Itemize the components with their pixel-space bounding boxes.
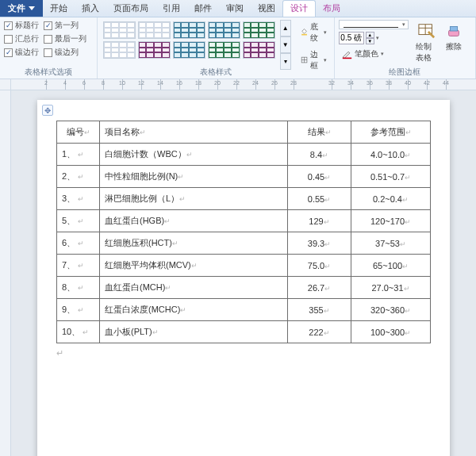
paragraph-mark: ↵ — [324, 174, 331, 182]
cell-index: 1、 — [62, 149, 75, 159]
blood-test-table[interactable]: 编号↵ 项目名称↵ 结果↵ 参考范围↵ 1、 ↵白细胞计数（WBC）↵8.4↵4… — [56, 121, 431, 343]
table-row[interactable]: 5、 ↵血红蛋白(HGB)↵129↵120~170↵ — [57, 210, 431, 232]
cell-index: 2、 — [62, 171, 75, 181]
paragraph-mark: ↵ — [405, 174, 411, 182]
table-row[interactable]: 3、 ↵淋巴细胞比例（L）↵0.55↵0.2~0.4↵ — [57, 188, 431, 210]
checkbox-last-column[interactable]: 最后一列 — [44, 33, 86, 44]
checkbox-total-row[interactable]: 汇总行 — [4, 33, 39, 44]
table-row[interactable]: 9、 ↵红蛋白浓度(MCHC)↵355↵320~360↵ — [57, 299, 431, 321]
cell-ref: 4.0~10.0 — [370, 150, 405, 159]
border-width-input[interactable] — [339, 32, 364, 44]
eraser-button[interactable]: 擦除 — [440, 20, 467, 66]
paragraph-mark: ↵ — [402, 196, 409, 204]
checkbox-header-row[interactable]: ✓标题行 — [4, 20, 39, 31]
eraser-icon — [445, 22, 463, 40]
checkbox-label: 标题行 — [15, 20, 39, 31]
paragraph-mark: ↵ — [324, 218, 330, 226]
table-row[interactable]: 2、 ↵中性粒细胞比例(N)↵0.45↵0.51~0.7↵ — [57, 166, 431, 188]
style-thumb[interactable] — [243, 21, 275, 39]
paragraph-mark: ↵ — [405, 128, 412, 136]
tab-table-design[interactable]: 设计 — [282, 0, 316, 17]
tab-review[interactable]: 审阅 — [219, 0, 251, 17]
style-thumb[interactable] — [208, 41, 240, 59]
paragraph-mark: ↵ — [78, 217, 84, 225]
chevron-down-icon: ▾ — [376, 35, 379, 41]
table-header-row: 编号↵ 项目名称↵ 结果↵ 参考范围↵ — [57, 121, 431, 144]
document-page[interactable]: ✥ 编号↵ 项目名称↵ 结果↵ 参考范围↵ 1、 ↵白细胞计数（WBC）↵8.4… — [37, 100, 450, 456]
paragraph-mark: ↵ — [324, 285, 331, 293]
paragraph-mark: ↵ — [322, 151, 328, 159]
ribbon-group-table-style-options: ✓标题行 汇总行 ✓镶边行 ✓第一列 最后一列 镶边列 表格样式选项 — [0, 17, 98, 79]
cell-result: 222 — [309, 328, 323, 337]
table-row[interactable]: 8、 ↵血红蛋白(MCH)↵26.7↵27.0~31↵ — [57, 277, 431, 299]
cell-ref: 120~170 — [370, 217, 405, 226]
tab-table-layout[interactable]: 布局 — [316, 0, 347, 17]
gallery-scroll: ▲ ▼ ▾ — [280, 20, 291, 70]
checkbox-banded-columns[interactable]: 镶边列 — [44, 47, 86, 58]
svg-rect-3 — [343, 57, 351, 59]
cell-ref: 100~300 — [370, 328, 405, 337]
style-thumb[interactable] — [103, 41, 136, 59]
paragraph-mark: ↵ — [405, 307, 411, 315]
paragraph-mark: ↵ — [400, 240, 406, 248]
cell-result: 0.45 — [308, 172, 324, 182]
tab-insert[interactable]: 插入 — [75, 0, 106, 17]
border-width-spinner[interactable]: ▲▼ — [366, 32, 374, 44]
line-style-dropdown[interactable]: ▾ — [339, 20, 409, 29]
style-thumb[interactable] — [173, 21, 205, 39]
style-thumb[interactable] — [138, 21, 171, 39]
gallery-scroll-up[interactable]: ▲ — [280, 20, 291, 36]
paragraph-mark: ↵ — [325, 128, 332, 136]
cell-name: 白细胞计数（WBC） — [105, 149, 186, 159]
tab-references[interactable]: 引用 — [155, 0, 187, 17]
cell-result: 129 — [309, 217, 323, 226]
draw-table-label: 绘制表格 — [416, 41, 438, 63]
table-row[interactable]: 10、 ↵血小板(PLT)↵222↵100~300↵ — [57, 321, 431, 343]
checkbox-banded-rows[interactable]: ✓镶边行 — [4, 47, 39, 58]
ribbon-group-label: 表格样式选项 — [0, 67, 97, 78]
table-row[interactable]: 1、 ↵白细胞计数（WBC）↵8.4↵4.0~10.0↵ — [57, 144, 431, 166]
cell-ref: 0.2~0.4 — [373, 194, 402, 204]
style-thumb[interactable] — [208, 21, 240, 39]
style-thumb[interactable] — [243, 41, 275, 59]
tab-mailings[interactable]: 邮件 — [187, 0, 219, 17]
chevron-down-icon: ▾ — [324, 29, 327, 36]
tab-page-layout[interactable]: 页面布局 — [106, 0, 155, 17]
gallery-scroll-down[interactable]: ▼ — [280, 36, 291, 53]
style-thumb[interactable] — [173, 41, 205, 59]
cell-result: 39.3 — [308, 239, 324, 248]
style-thumb[interactable] — [138, 41, 171, 59]
shading-button[interactable]: 底纹▾ — [298, 20, 330, 45]
tab-home[interactable]: 开始 — [43, 0, 75, 17]
horizontal-ruler[interactable]: 24681012141618202224262832343638404244 — [0, 79, 476, 90]
style-thumb[interactable] — [103, 21, 136, 39]
ribbon-group-label: 表格样式 — [98, 67, 334, 78]
paragraph-mark: ↵ — [78, 151, 84, 159]
paragraph-mark: ↵ — [405, 329, 411, 337]
file-tab[interactable]: 文件 — [0, 0, 43, 17]
table-row[interactable]: 7、 ↵红细胞平均体积(MCV)↵75.0↵65~100↵ — [57, 255, 431, 277]
col-header-ref: 参考范围 — [370, 127, 405, 136]
checkbox-first-column[interactable]: ✓第一列 — [44, 20, 86, 31]
tab-view[interactable]: 视图 — [251, 0, 282, 17]
page-scroll-area[interactable]: ✥ 编号↵ 项目名称↵ 结果↵ 参考范围↵ 1、 ↵白细胞计数（WBC）↵8.4… — [11, 90, 476, 456]
paragraph-mark: ↵ — [165, 284, 171, 292]
cell-name: 中性粒细胞比例(N) — [105, 171, 178, 181]
vertical-ruler[interactable] — [0, 90, 11, 456]
paragraph-mark: ↵ — [324, 329, 330, 337]
cell-name: 血红蛋白(MCH) — [105, 282, 165, 292]
shading-icon — [301, 28, 308, 38]
pen-color-button[interactable]: 笔颜色▾ — [339, 47, 409, 61]
cell-index: 6、 — [62, 238, 75, 247]
chevron-down-icon: ▾ — [402, 21, 405, 28]
paragraph-mark: ↵ — [83, 328, 89, 336]
paragraph-mark: ↵ — [324, 196, 331, 204]
col-header-result: 结果 — [308, 127, 325, 136]
table-style-gallery[interactable] — [102, 20, 277, 60]
cell-ref: 37~53 — [375, 239, 400, 248]
table-move-handle[interactable]: ✥ — [42, 105, 53, 116]
paragraph-mark: ↵ — [178, 173, 184, 181]
table-row[interactable]: 6、 ↵红细胞压积(HCT)↵39.3↵37~53↵ — [57, 232, 431, 255]
draw-table-button[interactable]: 绘制表格 — [413, 20, 440, 66]
cell-ref: 27.0~31 — [371, 283, 403, 293]
